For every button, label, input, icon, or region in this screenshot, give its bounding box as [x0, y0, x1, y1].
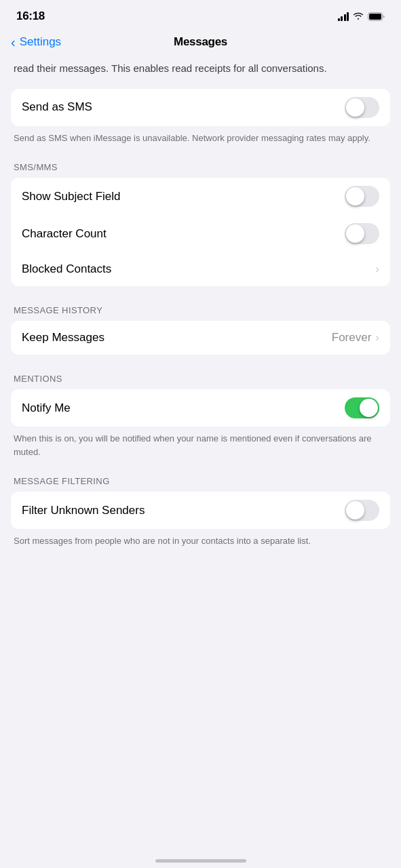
keep-messages-value: Forever — [332, 331, 372, 344]
chevron-right-icon: › — [375, 262, 379, 276]
show-subject-field-row: Show Subject Field — [11, 178, 390, 215]
home-indicator — [0, 852, 401, 868]
back-label: Settings — [20, 35, 61, 49]
character-count-label: Character Count — [22, 227, 107, 241]
signal-icon — [338, 12, 349, 21]
filter-unknown-senders-description: Sort messages from people who are not in… — [0, 529, 401, 560]
status-time: 16:18 — [16, 9, 45, 23]
mentions-section: MENTIONS Notify Me When this is on, you … — [0, 374, 401, 471]
filter-unknown-senders-toggle[interactable] — [345, 500, 379, 521]
chevron-left-icon: ‹ — [11, 35, 16, 49]
blocked-contacts-row[interactable]: Blocked Contacts › — [11, 252, 390, 286]
toggle-knob — [346, 501, 364, 519]
toggle-knob — [346, 224, 364, 243]
send-as-sms-card: Send as SMS — [11, 89, 390, 126]
message-history-section: MESSAGE HISTORY Keep Messages Forever › — [0, 305, 401, 355]
nav-bar: ‹ Settings Messages — [0, 30, 401, 58]
status-icons — [338, 10, 385, 22]
keep-messages-label: Keep Messages — [22, 331, 104, 344]
notify-me-row: Notify Me — [11, 389, 390, 427]
spacer-2 — [0, 360, 401, 374]
mentions-description: When this is on, you will be notified wh… — [0, 427, 401, 471]
send-as-sms-section: Send as SMS Send as SMS when iMessage is… — [0, 89, 401, 157]
toggle-knob — [346, 187, 364, 205]
sms-mms-label: SMS/MMS — [0, 162, 401, 178]
status-bar: 16:18 — [0, 0, 401, 30]
message-history-label: MESSAGE HISTORY — [0, 305, 401, 321]
message-filtering-section: MESSAGE FILTERING Filter Unknown Senders… — [0, 476, 401, 560]
home-bar — [155, 859, 246, 863]
chevron-right-icon: › — [375, 331, 379, 344]
page-title: Messages — [174, 35, 227, 49]
back-button[interactable]: ‹ Settings — [11, 35, 61, 49]
filter-unknown-senders-row: Filter Unknown Senders — [11, 492, 390, 529]
toggle-knob — [346, 98, 364, 117]
mentions-label: MENTIONS — [0, 374, 401, 389]
main-content: read their messages. This enables read r… — [0, 58, 401, 593]
keep-messages-right: Forever › — [332, 331, 379, 344]
character-count-row: Character Count — [11, 215, 390, 252]
top-description: read their messages. This enables read r… — [0, 58, 401, 89]
show-subject-field-toggle[interactable] — [345, 186, 379, 207]
wifi-icon — [353, 10, 364, 22]
message-filtering-label: MESSAGE FILTERING — [0, 476, 401, 492]
spacer-1 — [0, 292, 401, 305]
filter-unknown-senders-label: Filter Unknown Senders — [22, 504, 145, 517]
notify-me-toggle[interactable] — [345, 397, 379, 418]
sms-mms-card: Show Subject Field Character Count Block… — [11, 178, 390, 286]
blocked-contacts-right: › — [375, 262, 379, 276]
show-subject-field-label: Show Subject Field — [22, 190, 121, 203]
keep-messages-row[interactable]: Keep Messages Forever › — [11, 321, 390, 355]
send-as-sms-toggle[interactable] — [345, 97, 379, 118]
message-filtering-card: Filter Unknown Senders — [11, 492, 390, 529]
send-as-sms-description: Send as SMS when iMessage is unavailable… — [0, 126, 401, 157]
send-as-sms-label: Send as SMS — [22, 100, 92, 114]
svg-rect-1 — [369, 14, 381, 20]
send-as-sms-row: Send as SMS — [11, 89, 390, 126]
message-history-card: Keep Messages Forever › — [11, 321, 390, 355]
mentions-card: Notify Me — [11, 389, 390, 427]
battery-icon — [368, 12, 385, 21]
toggle-knob — [360, 399, 378, 417]
character-count-toggle[interactable] — [345, 223, 379, 244]
sms-mms-section: SMS/MMS Show Subject Field Character Cou… — [0, 162, 401, 286]
blocked-contacts-label: Blocked Contacts — [22, 262, 111, 276]
notify-me-label: Notify Me — [22, 401, 71, 415]
